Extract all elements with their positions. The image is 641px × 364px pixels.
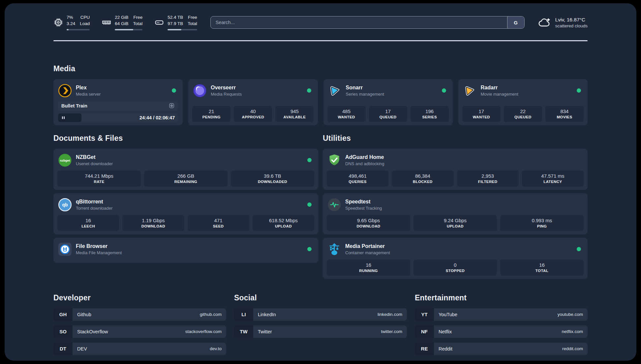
stat-download: 1.19 GbpsDOWNLOAD: [122, 215, 184, 231]
app-card-filebrowser[interactable]: File BrowserMedia File Management: [53, 238, 318, 263]
app-title: Sonarr: [346, 85, 384, 91]
stat-label: QUEUED: [371, 115, 405, 119]
screen: 7%3.24CPULoad22 GiB64 GiBFreeTotal52.4 T…: [0, 0, 641, 364]
nzbget-icon: nzbget: [58, 153, 72, 167]
search-engine-button[interactable]: G: [507, 16, 524, 28]
section-entertainment: Entertainment YTYouTubeyoutube.comNFNetf…: [415, 293, 588, 355]
app-card-plex[interactable]: PlexMedia serverBullet Train24:44 / 02:0…: [53, 79, 183, 125]
bookmark-linkedin[interactable]: LILinkedInlinkedin.com: [234, 308, 407, 321]
bookmark-netflix[interactable]: NFNetflixnetflix.com: [415, 325, 588, 338]
app-card-nzbget[interactable]: nzbgetNZBGetUsenet downloader744.21 Mbps…: [53, 149, 318, 190]
app-title: Radarr: [481, 85, 518, 91]
bookmark-host: twitter.com: [381, 329, 402, 334]
playback-progress-bar[interactable]: 24:44 / 02:06:47: [58, 113, 178, 122]
stat-label: LATENCY: [524, 180, 582, 184]
stat-value: 16: [59, 218, 117, 223]
stat-tiles: 498,461QUERIES86,384BLOCKED2,953FILTERED…: [327, 170, 584, 187]
app-card-overseerr[interactable]: OverseerrMedia Requests21PENDING40APPROV…: [188, 79, 318, 125]
stat-total: 16TOTAL: [500, 259, 584, 276]
stat-label: WANTED: [329, 115, 364, 119]
usage-progress-bar: [168, 29, 197, 31]
bookmark-host: stackoverflow.com: [185, 329, 222, 334]
stat-value: 7%: [67, 15, 75, 21]
stat-value: 17: [371, 108, 405, 114]
section-title-utilities: Utilities: [323, 134, 588, 143]
bookmark-name: StackOverflow: [77, 329, 108, 334]
bookmark-twitter[interactable]: TWTwittertwitter.com: [234, 325, 407, 338]
app-title: Speedtest: [345, 199, 382, 205]
bookmark-abbr: LI: [234, 308, 253, 321]
section-title-social: Social: [234, 293, 407, 302]
bookmark-youtube[interactable]: YTYouTubeyoutube.com: [415, 308, 588, 321]
system-stat-ram: 22 GiB64 GiBFreeTotal: [102, 15, 142, 30]
app-card-radarr[interactable]: RadarrMovie management17WANTED22QUEUED83…: [458, 79, 588, 125]
search-bar[interactable]: G: [210, 16, 525, 29]
system-stat-disk: 52.4 TB97.9 TBFreeTotal: [154, 15, 197, 30]
section-title-developer: Developer: [53, 293, 226, 302]
svg-text:nzbget: nzbget: [60, 158, 70, 162]
bookmark-host: netflix.com: [562, 329, 583, 334]
stat-value: 3.24: [67, 21, 75, 27]
stat-label: RUNNING: [329, 269, 408, 273]
stat-seed: 471SEED: [188, 215, 249, 231]
app-subtitle: Media Requests: [211, 92, 242, 97]
stat-value: 1.19 Gbps: [124, 218, 182, 223]
bookmark-name: Github: [77, 312, 91, 317]
bookmark-github[interactable]: GHGithubgithub.com: [53, 308, 226, 321]
stat-tiles: 17WANTED22QUEUED834MOVIES: [462, 106, 584, 122]
stat-label: DOWNLOAD: [329, 224, 408, 228]
bookmark-abbr: DT: [53, 343, 73, 355]
status-online-dot: [307, 202, 312, 207]
bookmark-host: dev.to: [210, 346, 222, 351]
stat-pending: 21PENDING: [192, 106, 230, 122]
app-card-speedtest[interactable]: SpeedtestSpeedtest Tracking9.65 GbpsDOWN…: [323, 193, 588, 234]
stat-value: 39.6 TB: [233, 173, 312, 179]
radarr-icon: [463, 84, 477, 98]
section-title-entertainment: Entertainment: [415, 293, 588, 302]
camera-icon: [168, 103, 175, 109]
stat-download: 9.65 GbpsDOWNLOAD: [327, 215, 410, 231]
bookmark-name: YouTube: [439, 312, 457, 317]
portainer-icon: [327, 242, 341, 256]
bookmark-stackoverflow[interactable]: SOStackOverflowstackoverflow.com: [53, 325, 226, 338]
stat-value: 0.993 ms: [502, 218, 582, 223]
bookmark-name: Twitter: [258, 329, 272, 334]
bookmark-reddit[interactable]: RERedditreddit.com: [415, 343, 588, 355]
sonarr-icon: [328, 84, 342, 98]
section-documents-files: Documents & Files nzbgetNZBGetUsenet dow…: [53, 134, 318, 279]
bookmark-dev[interactable]: DTDEVdev.to: [53, 343, 226, 355]
app-card-qbittorrent[interactable]: qbqBittorrentTorrent downloader16LEECH1.…: [53, 193, 318, 234]
app-card-sonarr[interactable]: SonarrSeries management485WANTED17QUEUED…: [323, 79, 453, 125]
section-social: Social LILinkedInlinkedin.comTWTwittertw…: [234, 293, 407, 355]
usage-progress-bar: [67, 29, 90, 31]
usage-progress-fill: [115, 29, 133, 31]
stat-label: Load: [80, 21, 90, 27]
stat-value: 471: [190, 218, 247, 223]
stat-value: 266 GB: [146, 173, 226, 179]
stat-value: 22: [506, 108, 540, 114]
stat-label: DOWNLOAD: [124, 224, 182, 228]
stat-label: WANTED: [464, 115, 499, 119]
stat-running: 16RUNNING: [327, 259, 410, 276]
stat-label: UPLOAD: [255, 224, 312, 228]
stat-labels: CPULoad: [80, 15, 90, 27]
app-title: qBittorrent: [76, 199, 112, 205]
stat-label: TOTAL: [502, 269, 582, 273]
bookmark-name: DEV: [77, 346, 87, 351]
stat-value: 16: [329, 262, 408, 268]
status-online-dot: [307, 158, 312, 162]
search-input[interactable]: [211, 16, 507, 28]
stat-wanted: 17WANTED: [462, 106, 501, 122]
bookmark-name: Reddit: [439, 346, 452, 351]
app-subtitle: Container management: [345, 250, 390, 255]
stat-values: 22 GiB64 GiB: [115, 15, 128, 27]
app-card-adguard[interactable]: AdGuard HomeDNS and adblocking498,461QUE…: [323, 149, 588, 190]
stat-wanted: 485WANTED: [327, 106, 366, 122]
app-card-portainer[interactable]: Media PortainerContainer management16RUN…: [323, 238, 588, 279]
stat-label: Free: [188, 15, 197, 21]
header-divider: [53, 40, 588, 41]
bookmark-columns: Developer GHGithubgithub.comSOStackOverf…: [53, 293, 588, 355]
stat-label: FILTERED: [459, 180, 517, 184]
section-title-documents-files: Documents & Files: [53, 134, 318, 143]
stat-label: PING: [502, 224, 582, 228]
